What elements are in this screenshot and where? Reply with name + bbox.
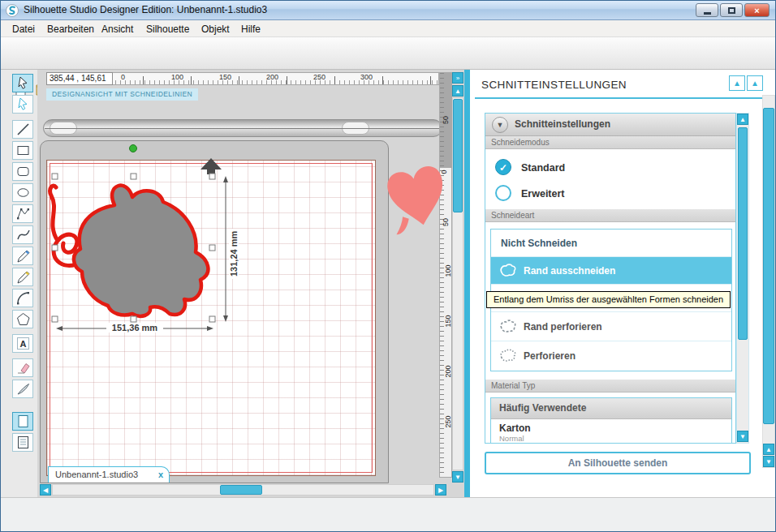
down-arrow-icon: ▼ [739,433,746,440]
freehand-tool[interactable] [12,247,33,265]
down-arrow-icon: ▼ [497,121,504,129]
material-item-name[interactable]: Karton [499,423,531,434]
heart-shape[interactable] [384,164,451,234]
text-tool[interactable]: A [12,334,33,353]
radio-standard[interactable]: ✓ [495,159,511,175]
polygon-icon [15,206,31,221]
section-header-label: Schnitteinstellungen [515,118,610,130]
cut-type-tooltip: Entlang dem Umriss der ausgewählten Form… [486,291,731,308]
panel-scroll-up-button[interactable]: ▲ [737,114,748,125]
pencil-blue-icon [15,248,31,264]
menu-ansicht[interactable]: Ansicht [98,23,136,36]
cut-settings-box: ▼ Schnitteinstellungen Schneidemodus ✓ S… [485,113,736,444]
section-header[interactable]: ▼ Schnitteinstellungen [485,114,735,136]
outer-scroll-down-button[interactable]: ▼ [763,456,774,467]
material-group-header[interactable]: Häufig Verwendete [491,398,731,419]
ruler-expand-button[interactable]: » [452,72,463,84]
tab-close-icon[interactable]: x [158,467,163,483]
material-subheader: Material Typ [485,380,735,393]
radio-standard-label[interactable]: Standard [521,162,565,174]
cut-type-rand-ausschneiden[interactable]: Rand ausschneiden [491,257,731,285]
radio-erweitert-label[interactable]: Erweitert [521,188,565,200]
maximize-button[interactable] [720,3,743,17]
double-arrow-icon: » [456,75,459,82]
line-tool[interactable] [12,120,33,139]
close-button[interactable]: × [744,3,770,17]
send-to-silhouette-button[interactable]: An Silhouette senden [485,452,751,474]
smooth-freehand-tool[interactable] [12,268,33,286]
up-arrow-icon: ▲ [765,446,772,453]
pentagon-icon [15,311,31,327]
ellipse-tool[interactable] [12,183,33,202]
notes-panel-tool[interactable] [12,433,33,452]
check-icon: ✓ [499,162,507,174]
rotation-handle[interactable] [130,145,137,152]
cut-type-nicht-schneiden[interactable]: Nicht Schneiden [491,230,731,257]
v-scrollbar-thumb[interactable] [453,99,463,212]
outer-scroll-up-button[interactable]: ▲ [763,444,774,455]
panel-splitter[interactable] [464,70,470,497]
menu-datei[interactable]: Datei [9,23,38,36]
polygon-tool[interactable] [12,204,33,223]
arc-tool[interactable] [12,289,33,307]
cut-type-rand-perforieren[interactable]: Rand perforieren [491,312,731,341]
h-scroll-right-button[interactable]: ▶ [435,484,446,496]
rounded-rectangle-tool[interactable] [12,162,33,181]
v-scroll-down-button[interactable]: ▼ [452,471,463,483]
panel-collapse-up-button[interactable]: ▲ [729,75,745,91]
select-tool[interactable] [12,74,33,92]
panel-expand-up-button[interactable]: ▲ [747,75,763,91]
regular-polygon-tool[interactable] [12,310,33,328]
curve-tool[interactable] [12,225,33,244]
app-logo-icon [6,4,19,17]
page-icon [15,414,31,429]
pencil-yellow-icon [15,269,31,285]
knife-tool[interactable] [12,380,33,398]
cut-edge-icon [498,261,517,281]
rectangle-icon [15,143,31,158]
material-list: Häufig Verwendete Karton Normal [490,397,732,444]
cut-type-perforieren[interactable]: Perforieren [491,341,731,371]
menu-objekt[interactable]: Objekt [198,23,233,36]
mouse-shape[interactable] [74,186,208,316]
menu-hilfe[interactable]: Hilfe [238,23,264,36]
up-arrow-icon: ▲ [455,88,461,95]
menu-bar: Datei Bearbeiten Ansicht Silhouette Obje… [1,20,775,37]
bottom-toolbar [1,497,775,531]
perforate-edge-icon [498,317,517,337]
point-edit-tool[interactable] [12,95,33,114]
document-tab-label: Unbenannt-1.studio3 [55,470,138,479]
right-arrow-icon: ▶ [438,487,443,494]
panel-scrollbar-thumb[interactable] [738,127,748,340]
minimize-button[interactable] [696,3,718,17]
perforate-icon [498,346,517,366]
menu-silhouette[interactable]: Silhouette [143,23,192,36]
collapse-circle-button[interactable]: ▼ [492,117,508,133]
menu-bearbeiten[interactable]: Bearbeiten [44,23,97,36]
text-icon: A [15,336,31,351]
rectangle-tool[interactable] [12,141,33,160]
ellipse-icon [15,185,31,200]
h-scroll-left-button[interactable]: ◀ [40,484,51,496]
v-scroll-up-button[interactable]: ▲ [452,85,463,97]
rounded-rectangle-icon [15,164,31,179]
panel-scroll-down-button[interactable]: ▼ [737,431,748,442]
outer-scrollbar-thumb[interactable] [763,108,774,424]
window-title: Silhouette Studio Designer Edition: Unbe… [24,4,267,15]
minimize-icon [704,12,711,15]
eraser-tool-icon [15,360,31,375]
up-arrow-icon: ▲ [733,79,741,88]
down-arrow-icon: ▼ [765,458,772,466]
document-tab[interactable]: Unbenannt-1.studio3 x [48,466,170,483]
arc-icon [15,290,31,306]
h-scrollbar-thumb[interactable] [220,485,262,495]
radio-erweitert[interactable] [495,185,511,201]
close-icon: × [754,6,759,15]
select-arrow-icon [15,75,31,91]
eraser-tool[interactable] [12,358,33,377]
page-panel-tool[interactable] [12,412,33,431]
material-item-sub: Normal [499,434,524,443]
cut-type-subheader: Schneideart [485,209,735,222]
app-window: Silhouette Studio Designer Edition: Unbe… [0,0,776,532]
canvas-drawing[interactable] [37,70,464,497]
